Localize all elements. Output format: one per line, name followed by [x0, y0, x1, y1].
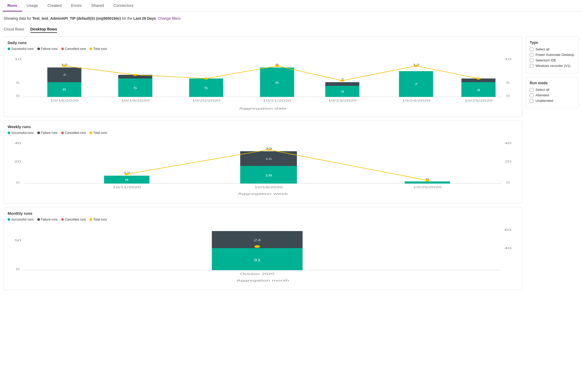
legend-dot — [8, 132, 10, 134]
legend-label: Cancelled runs — [65, 131, 86, 135]
run-mode-panel-title: Run mode — [530, 81, 574, 85]
type-select-all-label: Select all — [535, 47, 549, 51]
svg-text:4: 4 — [63, 73, 66, 76]
legend-item: Successful runs — [8, 218, 34, 221]
svg-text:Aggregation month: Aggregation month — [236, 279, 289, 282]
weekly-runs-legend: Successful runsFailure runsCancelled run… — [8, 131, 518, 135]
run-mode-option-checkbox[interactable] — [530, 93, 533, 97]
svg-point-85 — [254, 245, 260, 248]
run-mode-option-item[interactable]: Unattended — [530, 99, 574, 103]
legend-label: Failure runs — [41, 47, 58, 51]
type-option-checkbox[interactable] — [530, 53, 533, 57]
nav-tab-connectors[interactable]: Connectors — [109, 0, 138, 12]
run-mode-option-item[interactable]: Attended — [530, 93, 574, 97]
legend-label: Failure runs — [41, 218, 58, 221]
svg-text:10/23/2020: 10/23/2020 — [328, 99, 357, 102]
svg-text:10/24/2020: 10/24/2020 — [402, 99, 430, 102]
svg-text:0: 0 — [506, 94, 510, 97]
legend-dot — [37, 48, 40, 50]
legend-dot — [61, 48, 64, 50]
legend-label: Total runs — [93, 218, 107, 221]
legend-dot — [90, 48, 92, 50]
type-option-item[interactable]: Power Automate Desktop — [530, 53, 574, 57]
svg-text:20: 20 — [504, 160, 511, 163]
svg-rect-69 — [405, 181, 450, 184]
svg-text:0: 0 — [506, 181, 510, 184]
svg-text:10/25/2020: 10/25/2020 — [464, 99, 493, 102]
legend-label: Cancelled runs — [65, 218, 86, 221]
legend-item: Total runs — [90, 218, 107, 221]
svg-text:24: 24 — [254, 238, 261, 242]
legend-dot — [61, 218, 64, 221]
nav-tab-usage[interactable]: Usage — [22, 0, 43, 12]
weekly-runs-svg: 40 20 0 40 20 0 8 12 10/11/2020 — [8, 138, 518, 199]
nav-tabs: RunsUsageCreatedErrorsSharedConnectors — [0, 0, 582, 12]
svg-text:October 2020: October 2020 — [240, 273, 275, 275]
change-filters-link[interactable]: Change filters — [158, 16, 181, 20]
flow-tabs: Cloud flowsDesktop flows — [0, 23, 582, 33]
svg-text:5: 5 — [16, 81, 19, 84]
svg-point-74 — [425, 179, 430, 181]
nav-tab-runs[interactable]: Runs — [3, 0, 22, 12]
type-option-checkbox[interactable] — [530, 64, 533, 68]
svg-text:0: 0 — [16, 268, 19, 271]
type-options: Power Automate DesktopSelenium IDEWindow… — [530, 53, 574, 68]
monthly-runs-svg-wrapper: 50 0 60 40 24 31 — [8, 225, 518, 286]
svg-text:10/21/2020: 10/21/2020 — [263, 99, 291, 102]
monthly-runs-chart: Monthly runs Successful runsFailure runs… — [4, 207, 522, 290]
weekly-runs-svg-wrapper: 40 20 0 40 20 0 8 12 10/11/2020 — [8, 138, 518, 200]
svg-text:50: 50 — [14, 239, 21, 242]
legend-dot — [90, 218, 92, 221]
svg-text:10/11/2020: 10/11/2020 — [112, 186, 141, 189]
type-option-item[interactable]: Windows recorder (V1) — [530, 64, 574, 68]
type-panel-title: Type — [530, 40, 574, 45]
monthly-runs-svg: 50 0 60 40 24 31 — [8, 225, 518, 285]
type-select-all-checkbox[interactable] — [530, 48, 533, 51]
type-option-item[interactable]: Selenium IDE — [530, 58, 574, 62]
nav-tab-shared[interactable]: Shared — [86, 0, 109, 12]
svg-text:Aggregation date: Aggregation date — [239, 107, 287, 110]
svg-text:10: 10 — [504, 58, 511, 61]
svg-text:31: 31 — [254, 258, 261, 262]
legend-item: Successful runs — [8, 131, 34, 135]
monthly-runs-legend: Successful runsFailure runsCancelled run… — [8, 218, 518, 221]
legend-dot — [37, 218, 40, 221]
daily-runs-legend: Successful runsFailure runsCancelled run… — [8, 47, 518, 51]
nav-tab-errors[interactable]: Errors — [66, 0, 86, 12]
legend-item: Total runs — [90, 47, 107, 51]
svg-text:5: 5 — [204, 86, 208, 90]
svg-point-47 — [275, 65, 279, 67]
legend-label: Successful runs — [11, 218, 34, 221]
monthly-runs-title: Monthly runs — [8, 211, 518, 216]
legend-item: Cancelled runs — [61, 47, 86, 51]
svg-text:0: 0 — [16, 94, 19, 97]
period-label: Last 28 Days — [133, 16, 156, 20]
type-option-checkbox[interactable] — [530, 59, 533, 62]
legend-label: Cancelled runs — [65, 47, 86, 51]
run-mode-select-all-checkbox[interactable] — [530, 88, 533, 92]
flow-tab-desktop-flows[interactable]: Desktop flows — [30, 27, 57, 33]
svg-text:8: 8 — [63, 88, 66, 91]
run-mode-select-all-item[interactable]: Select all — [530, 88, 574, 92]
legend-item: Failure runs — [37, 131, 58, 135]
legend-label: Successful runs — [11, 47, 34, 51]
flow-tab-cloud-flows[interactable]: Cloud flows — [4, 27, 24, 33]
svg-point-50 — [476, 77, 481, 80]
svg-text:5: 5 — [133, 86, 137, 90]
sidebar: Type Select all Power Automate DesktopSe… — [526, 36, 578, 290]
legend-label: Failure runs — [41, 131, 58, 135]
svg-text:10/20/2020: 10/20/2020 — [192, 99, 220, 102]
legend-item: Successful runs — [8, 47, 34, 51]
svg-text:40: 40 — [14, 142, 21, 145]
type-panel: Type Select all Power Automate DesktopSe… — [526, 36, 578, 73]
svg-text:5: 5 — [506, 81, 510, 84]
svg-point-49 — [414, 65, 418, 67]
nav-tab-created[interactable]: Created — [43, 0, 66, 12]
run-mode-option-checkbox[interactable] — [530, 99, 533, 103]
type-select-all-item[interactable]: Select all — [530, 47, 574, 51]
weekly-runs-chart: Weekly runs Successful runsFailure runsC… — [4, 121, 522, 203]
legend-label: Successful runs — [11, 131, 34, 135]
svg-text:3: 3 — [341, 90, 344, 93]
daily-runs-svg: 10 5 0 10 5 0 4 8 12 — [8, 54, 518, 112]
svg-text:10/18/2020: 10/18/2020 — [254, 186, 283, 189]
